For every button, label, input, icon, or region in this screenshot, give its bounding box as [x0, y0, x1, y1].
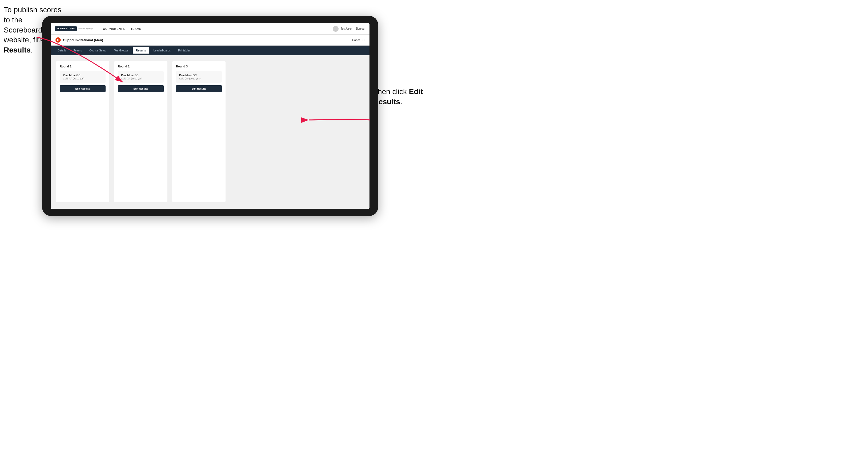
- round-1-title: Round 1: [60, 65, 105, 68]
- sign-out-link[interactable]: Sign out: [355, 27, 365, 30]
- cancel-label: Cancel: [352, 38, 361, 41]
- tab-tee-groups[interactable]: Tee Groups: [111, 47, 131, 54]
- round-card-3: Round 3 Peachtree GC Gold (M) (7010 yds)…: [172, 61, 225, 202]
- course-name-3: Peachtree GC: [179, 74, 219, 77]
- tournament-title-area: C Clippd Invitational (Men): [56, 37, 103, 43]
- tab-printables[interactable]: Printables: [175, 47, 194, 54]
- user-avatar: [333, 26, 339, 32]
- course-detail-3: Gold (M) (7010 yds): [179, 77, 219, 80]
- results-keyword: Results: [4, 46, 31, 54]
- logo-area: SCOREBOARD Powered by clippd: [55, 26, 93, 31]
- close-icon: ✕: [362, 38, 365, 42]
- tab-results[interactable]: Results: [133, 47, 149, 54]
- round-card-1: Round 1 Peachtree GC Gold (M) (7010 yds)…: [56, 61, 109, 202]
- user-name: Test User |: [341, 27, 353, 30]
- nav-item-teams[interactable]: TEAMS: [131, 26, 141, 31]
- tab-leaderboards[interactable]: Leaderboards: [150, 47, 174, 54]
- logo: SCOREBOARD: [55, 26, 77, 31]
- cancel-button[interactable]: Cancel ✕: [352, 38, 365, 42]
- tab-course-setup[interactable]: Course Setup: [86, 47, 110, 54]
- top-nav: SCOREBOARD Powered by clippd TOURNAMENTS…: [51, 23, 370, 35]
- course-card-2: Peachtree GC Gold (M) (7010 yds): [118, 71, 164, 83]
- tournament-title: Clippd Invitational (Men): [63, 38, 103, 42]
- tab-teams[interactable]: Teams: [70, 47, 85, 54]
- course-name-1: Peachtree GC: [63, 74, 102, 77]
- tournament-header: C Clippd Invitational (Men) Cancel ✕: [51, 35, 370, 45]
- instruction-right-suffix: .: [400, 98, 402, 106]
- nav-items: TOURNAMENTS TEAMS: [101, 26, 333, 31]
- tablet-frame: SCOREBOARD Powered by clippd TOURNAMENTS…: [42, 16, 378, 216]
- course-name-2: Peachtree GC: [121, 74, 160, 77]
- nav-item-tournaments[interactable]: TOURNAMENTS: [101, 26, 125, 31]
- tab-details[interactable]: Details: [54, 47, 69, 54]
- course-detail-2: Gold (M) (7010 yds): [121, 77, 160, 80]
- edit-results-button-2[interactable]: Edit Results: [118, 85, 164, 92]
- main-content: Round 1 Peachtree GC Gold (M) (7010 yds)…: [51, 55, 370, 208]
- round-3-title: Round 3: [176, 65, 222, 68]
- round-card-2: Round 2 Peachtree GC Gold (M) (7010 yds)…: [114, 61, 167, 202]
- instruction-right: Then click Edit Results.: [373, 87, 427, 107]
- instruction-left-suffix: .: [31, 46, 33, 54]
- edit-results-button-1[interactable]: Edit Results: [60, 85, 105, 92]
- course-card-3: Peachtree GC Gold (M) (7010 yds): [176, 71, 222, 83]
- tournament-icon: C: [56, 37, 61, 43]
- edit-results-button-3[interactable]: Edit Results: [176, 85, 222, 92]
- round-2-title: Round 2: [118, 65, 164, 68]
- tab-bar: Details Teams Course Setup Tee Groups Re…: [51, 45, 370, 55]
- logo-sub: Powered by clippd: [78, 28, 93, 30]
- tablet-screen: SCOREBOARD Powered by clippd TOURNAMENTS…: [51, 23, 370, 209]
- instruction-right-text: Then click: [373, 87, 409, 96]
- nav-right: Test User | Sign out: [333, 26, 365, 32]
- course-card-1: Peachtree GC Gold (M) (7010 yds): [60, 71, 105, 83]
- course-detail-1: Gold (M) (7010 yds): [63, 77, 102, 80]
